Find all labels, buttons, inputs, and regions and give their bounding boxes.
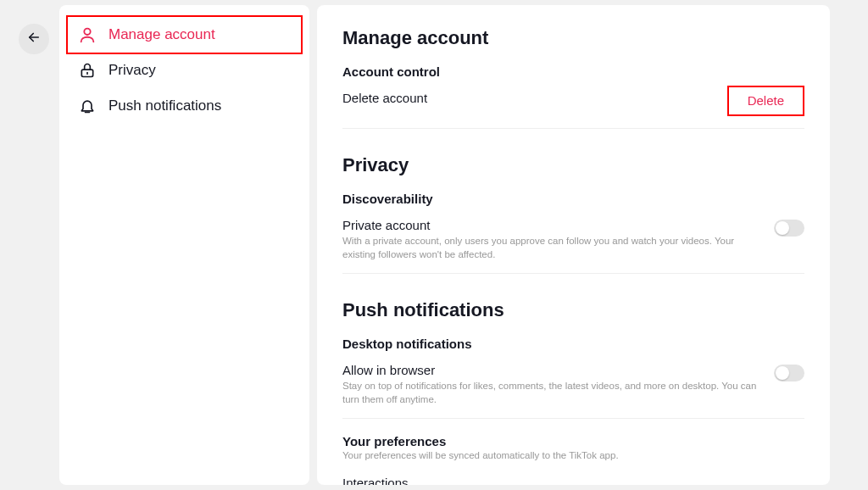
svg-point-1 — [84, 29, 90, 35]
settings-main: Manage account Account control Delete ac… — [317, 5, 830, 485]
toggle-knob — [776, 221, 789, 235]
settings-sidebar: Manage account Privacy Push notification… — [59, 5, 309, 485]
discoverability-title: Discoverability — [342, 192, 804, 206]
section-title-manage: Manage account — [342, 27, 804, 49]
lock-icon — [78, 61, 97, 80]
back-button[interactable] — [19, 24, 49, 54]
private-account-toggle[interactable] — [774, 220, 804, 237]
section-title-privacy: Privacy — [342, 154, 804, 176]
delete-button[interactable]: Delete — [737, 90, 794, 111]
account-control-title: Account control — [342, 64, 804, 79]
sidebar-item-label: Push notifications — [108, 97, 221, 114]
desktop-notifications-title: Desktop notifications — [342, 337, 804, 351]
arrow-left-icon — [26, 30, 42, 48]
allow-in-browser-desc: Stay on top of notifications for likes, … — [342, 379, 757, 406]
sidebar-item-manage-account[interactable]: Manage account — [66, 15, 303, 54]
user-icon — [78, 25, 97, 44]
allow-in-browser-row: Allow in browser Stay on top of notifica… — [342, 359, 804, 419]
chevron-down-icon: ▼ — [794, 483, 804, 485]
bell-icon — [78, 97, 97, 115]
private-account-row: Private account With a private account, … — [342, 214, 804, 274]
delete-account-label: Delete account — [342, 91, 710, 105]
sidebar-item-label: Manage account — [108, 26, 215, 43]
preferences-desc: Your preferences will be synced automati… — [342, 450, 804, 460]
sidebar-item-label: Privacy — [108, 62, 156, 79]
interactions-label: Interactions — [342, 476, 525, 485]
private-account-label: Private account — [342, 218, 757, 232]
delete-account-row: Delete account Delete — [342, 87, 804, 129]
allow-in-browser-toggle[interactable] — [774, 365, 804, 381]
sidebar-item-push-notifications[interactable]: Push notifications — [68, 88, 301, 124]
interactions-row[interactable]: Interactions Likes, comments, new follow… — [342, 476, 804, 485]
allow-in-browser-label: Allow in browser — [342, 363, 757, 377]
toggle-knob — [776, 366, 789, 380]
section-title-push: Push notifications — [342, 299, 804, 321]
sidebar-item-privacy[interactable]: Privacy — [68, 53, 301, 88]
preferences-title: Your preferences — [342, 434, 804, 448]
delete-button-highlight: Delete — [727, 86, 804, 116]
preferences-block: Your preferences Your preferences will b… — [342, 434, 804, 460]
private-account-desc: With a private account, only users you a… — [342, 234, 757, 261]
